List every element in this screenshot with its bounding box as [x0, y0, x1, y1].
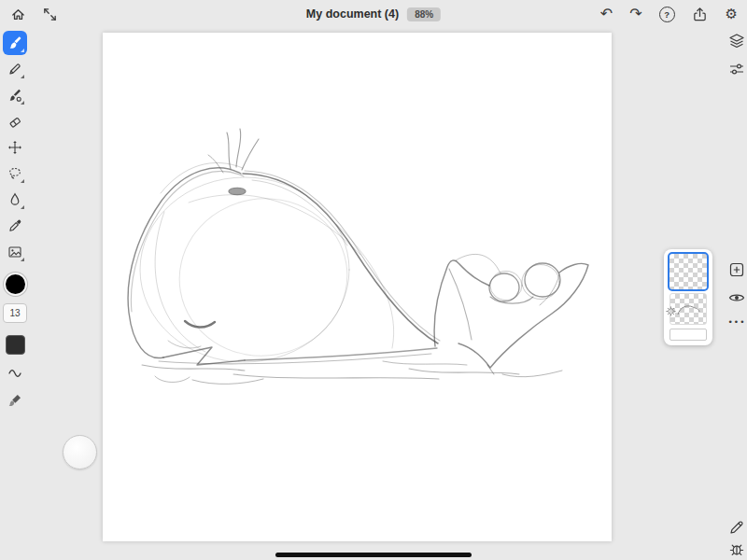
brush-size-field[interactable]: 13: [3, 303, 27, 323]
layer-visibility-eye-icon[interactable]: [726, 287, 747, 308]
home-indicator[interactable]: [275, 553, 472, 557]
eraser-tool[interactable]: [3, 109, 27, 133]
expand-icon[interactable]: [41, 6, 58, 22]
drawing-canvas[interactable]: [103, 33, 612, 541]
bug-report-icon[interactable]: [726, 539, 747, 559]
lasso-select-tool[interactable]: [3, 161, 27, 186]
document-title[interactable]: My document (4): [306, 7, 399, 21]
layer-thumbnail[interactable]: [669, 293, 707, 325]
fill-tool[interactable]: [3, 188, 27, 212]
settings-gear-icon[interactable]: ⚙: [726, 7, 738, 21]
help-icon[interactable]: ?: [659, 7, 675, 22]
home-icon[interactable]: [9, 6, 26, 22]
tool-sidebar: 13: [0, 30, 30, 414]
layer-properties-icon[interactable]: [726, 59, 747, 79]
whale-sketch: [103, 33, 612, 541]
background-layer-swatch[interactable]: [669, 329, 707, 341]
add-layer-icon[interactable]: [726, 259, 747, 280]
zoom-badge[interactable]: 88%: [407, 7, 441, 21]
stylus-pencil-icon[interactable]: [726, 517, 747, 538]
eyedropper-tool[interactable]: [3, 214, 27, 238]
fresco-app: My document (4) 88% ↶ ↷ ? ⚙: [0, 0, 747, 560]
smoothing-tool[interactable]: [3, 360, 27, 385]
layers-panel: [664, 249, 712, 345]
layers-panel-icon[interactable]: [726, 31, 747, 51]
transform-move-tool[interactable]: [3, 135, 27, 160]
undo-icon[interactable]: ↶: [600, 7, 613, 21]
mixer-brush-tool[interactable]: [3, 83, 27, 107]
top-bar: My document (4) 88% ↶ ↷ ? ⚙: [0, 0, 747, 28]
vector-brush-tool[interactable]: [3, 57, 27, 81]
more-options-icon[interactable]: •••: [726, 312, 747, 332]
share-icon[interactable]: [692, 6, 709, 22]
layer-thumbnail-selected[interactable]: [669, 254, 707, 289]
touch-shortcut-button[interactable]: [63, 435, 97, 469]
layer-badge-icon: [665, 304, 677, 316]
primary-color-swatch[interactable]: [4, 273, 27, 296]
paint-brush-tool[interactable]: [3, 31, 27, 55]
brush-settings-tool[interactable]: [3, 388, 27, 413]
document-title-group[interactable]: My document (4) 88%: [306, 0, 441, 28]
redo-icon[interactable]: ↷: [629, 7, 641, 21]
place-image-tool[interactable]: [3, 240, 27, 264]
secondary-color-swatch[interactable]: [6, 335, 25, 355]
